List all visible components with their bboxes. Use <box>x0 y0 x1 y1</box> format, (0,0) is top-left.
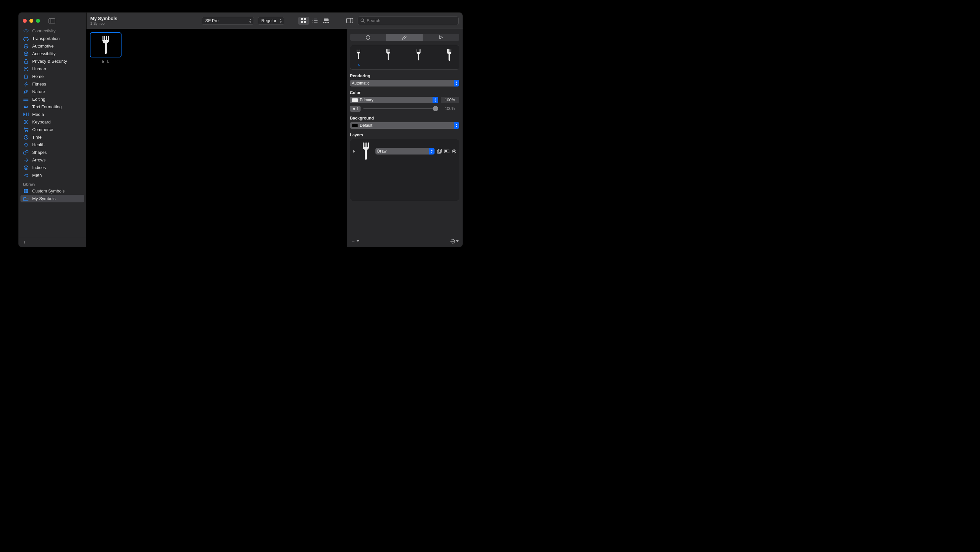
weight-dropdown[interactable]: Regular <box>258 17 284 25</box>
svg-rect-41 <box>26 191 29 194</box>
sidebar-item-label: Nature <box>32 89 45 94</box>
sidebar-list[interactable]: ConnectivityTransportationAutomotiveAcce… <box>19 29 86 237</box>
sidebar-item-category[interactable]: Commerce <box>21 126 84 134</box>
svg-point-48 <box>312 21 313 21</box>
color-select[interactable]: Primary <box>350 97 438 103</box>
sidebar-item-library[interactable]: My Symbols <box>21 195 84 202</box>
rendering-section: Rendering Automatic <box>350 74 459 86</box>
view-gallery-button[interactable] <box>321 17 332 25</box>
sidebar-item-category[interactable]: Home <box>21 73 84 80</box>
font-dropdown[interactable]: SF Pro <box>202 17 254 25</box>
layer-mode-select[interactable]: Draw <box>375 148 434 154</box>
inspector-tab-animation[interactable] <box>423 34 459 41</box>
svg-point-31 <box>27 131 28 132</box>
zoom-window-button[interactable] <box>36 19 40 23</box>
color-opacity-field[interactable]: 100% <box>441 97 459 103</box>
toggle-inspector-button[interactable] <box>346 18 354 23</box>
variable-color-layer-button[interactable] <box>444 150 449 153</box>
layer-row[interactable]: Draw <box>353 142 456 161</box>
weight-variant[interactable] <box>356 49 361 66</box>
sidebar-item-category[interactable]: Keyboard <box>21 118 84 126</box>
background-swatch <box>352 124 358 127</box>
car-icon <box>23 37 29 41</box>
sidebar-item-label: Custom Symbols <box>32 189 65 194</box>
background-select[interactable]: Default <box>350 122 459 129</box>
sliders-icon <box>23 97 29 101</box>
opacity-slider[interactable] <box>363 108 438 109</box>
weight-variant[interactable] <box>386 49 391 66</box>
svg-rect-43 <box>304 18 306 20</box>
add-layer-button[interactable]: ＋ <box>351 238 359 244</box>
chevron-updown-icon <box>279 19 282 23</box>
inspector-tab-info[interactable] <box>350 34 386 41</box>
svg-point-50 <box>312 22 313 23</box>
duplicate-layer-button[interactable] <box>437 149 442 154</box>
variable-color-button[interactable] <box>350 106 361 112</box>
svg-rect-8 <box>49 19 55 23</box>
sidebar-item-category[interactable]: aIndices <box>21 164 84 171</box>
svg-rect-42 <box>301 18 303 20</box>
chevron-updown-icon <box>429 148 434 154</box>
sidebar-item-category[interactable]: Transportation <box>21 35 84 42</box>
sidebar-item-category[interactable]: Automotive <box>21 42 84 50</box>
view-mode-segmented <box>298 17 332 25</box>
toggle-sidebar-button[interactable] <box>49 19 55 24</box>
weight-variant[interactable] <box>446 49 453 66</box>
sidebar-item-category[interactable]: Editing <box>21 95 84 103</box>
arrow-icon <box>23 159 29 162</box>
weight-variant[interactable] <box>416 49 422 66</box>
svg-rect-44 <box>301 21 303 23</box>
view-grid-button[interactable] <box>298 17 309 25</box>
rendering-select[interactable]: Automatic <box>350 80 459 86</box>
sidebar-item-category[interactable]: Media <box>21 111 84 118</box>
sidebar-item-category[interactable]: Connectivity <box>21 29 84 35</box>
sidebar-item-label: Media <box>32 112 44 117</box>
target-layer-button[interactable] <box>452 149 456 154</box>
disclosure-icon[interactable] <box>353 150 356 153</box>
add-button[interactable]: ＋ <box>22 239 27 246</box>
sidebar-item-category[interactable]: √xMath <box>21 171 84 179</box>
inspector-tab-appearance[interactable] <box>386 34 423 41</box>
sidebar-item-library[interactable]: Custom Symbols <box>21 187 84 195</box>
svg-point-46 <box>312 19 313 19</box>
sidebar-item-label: Home <box>32 74 44 79</box>
weight-dropdown-label: Regular <box>261 18 277 23</box>
chevron-updown-icon <box>454 122 459 129</box>
sidebar-item-category[interactable]: Nature <box>21 88 84 95</box>
lock-icon <box>23 59 29 64</box>
sidebar-item-label: Shapes <box>32 150 47 155</box>
sidebar-item-label: Arrows <box>32 157 46 162</box>
symbol-thumbnail[interactable]: fork <box>90 32 121 64</box>
toolbar: My Symbols 1 Symbol SF Pro Regular <box>86 13 463 29</box>
view-list-button[interactable] <box>309 17 321 25</box>
font-dropdown-label: SF Pro <box>205 18 219 23</box>
sidebar-item-label: Privacy & Security <box>32 59 67 64</box>
sidebar-item-category[interactable]: Health <box>21 141 84 149</box>
rendering-value: Automatic <box>352 81 369 86</box>
svg-rect-57 <box>346 19 353 23</box>
chevron-updown-icon <box>433 97 438 103</box>
house-icon <box>23 74 29 79</box>
more-options-button[interactable] <box>450 239 459 243</box>
sidebar-item-category[interactable]: Fitness <box>21 80 84 88</box>
slider-knob[interactable] <box>433 106 438 111</box>
svg-rect-67 <box>437 150 441 154</box>
svg-text:a: a <box>25 166 27 169</box>
svg-rect-38 <box>24 189 26 191</box>
symbol-gallery[interactable]: fork <box>86 29 346 247</box>
sidebar-item-category[interactable]: Human <box>21 65 84 73</box>
svg-point-73 <box>451 241 452 242</box>
sidebar-item-category[interactable]: Arrows <box>21 156 84 164</box>
sidebar-item-category[interactable]: Accessibility <box>21 50 84 57</box>
close-window-button[interactable] <box>23 19 27 23</box>
svg-point-30 <box>25 131 26 132</box>
sidebar-item-category[interactable]: Time <box>21 134 84 141</box>
cart-icon <box>23 127 29 132</box>
sidebar-item-category[interactable]: AaText Formatting <box>21 103 84 111</box>
heart-icon <box>23 143 29 147</box>
minimize-window-button[interactable] <box>29 19 33 23</box>
sidebar-item-category[interactable]: Privacy & Security <box>21 57 84 65</box>
sidebar-item-category[interactable]: Shapes <box>21 149 84 156</box>
search-field[interactable]: Search <box>358 16 459 25</box>
color-label: Color <box>350 91 459 95</box>
